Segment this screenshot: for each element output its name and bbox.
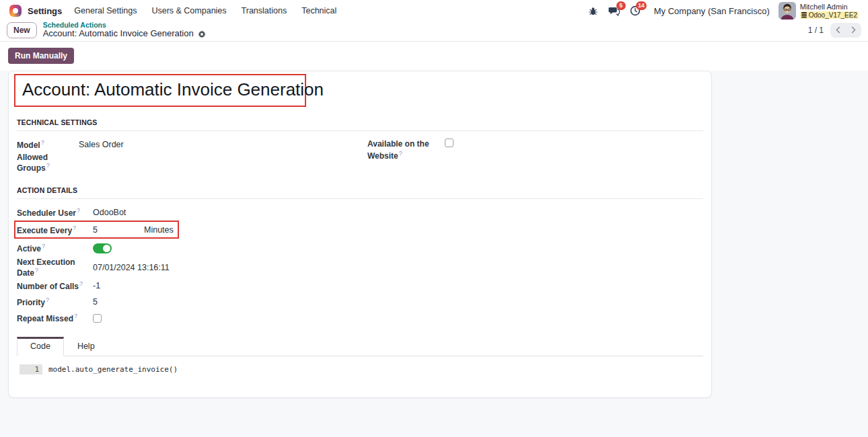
activities-badge: 14 (636, 1, 646, 10)
database-name: Odoo_V17_EE2 (800, 11, 859, 19)
notebook-tabs: Code Help (17, 337, 703, 356)
help-tooltip-mark: ? (73, 225, 76, 231)
field-next-execution-date: Next Execution Date? 07/01/2024 13:16:11 (17, 257, 703, 278)
company-switcher[interactable]: My Company (San Francisco) (654, 6, 770, 16)
help-tooltip-mark: ? (74, 313, 77, 319)
field-priority-value[interactable]: 5 (93, 297, 98, 307)
messages-icon[interactable]: 5 (608, 5, 620, 17)
section-technical-settings: Technical Settings (17, 118, 703, 126)
menu-general-settings[interactable]: General Settings (74, 6, 137, 15)
help-tooltip-mark: ? (77, 207, 80, 214)
user-avatar (779, 2, 796, 19)
field-scheduler-user: Scheduler User? OdooBot (17, 204, 703, 221)
action-gear-icon[interactable] (198, 30, 206, 38)
field-priority: Priority? 5 (17, 294, 703, 310)
help-tooltip-mark: ? (42, 243, 45, 249)
field-number-of-calls-value[interactable]: -1 (93, 281, 100, 290)
active-toggle[interactable] (93, 243, 112, 253)
chevron-left-icon (836, 26, 840, 34)
field-number-of-calls-label: Number of Calls? (17, 280, 93, 291)
form-content: Account: Automatic Invoice Generation Te… (0, 71, 868, 437)
field-model-value[interactable]: Sales Order (79, 140, 124, 149)
field-website-label: Available on the Website? (367, 138, 445, 161)
top-navbar: Settings General Settings Users & Compan… (0, 0, 868, 22)
field-next-execution-value[interactable]: 07/01/2024 13:16:11 (93, 263, 170, 272)
code-line-content[interactable]: model.auto_generate_invoice() (42, 365, 178, 374)
field-allowed-groups-label: Allowed Groups? (17, 153, 79, 173)
execute-every-highlight-box: Execute Every? 5 Minutes (14, 221, 179, 239)
pager-count: 1 / 1 (808, 26, 824, 35)
field-execute-every-label: Execute Every? (17, 225, 93, 235)
section-divider (17, 130, 703, 131)
field-model: Model? Sales Order (17, 136, 367, 153)
odoo-apps-logo[interactable] (9, 5, 22, 17)
field-repeat-missed: Repeat Missed? (17, 310, 703, 326)
breadcrumb-current-record: Account: Automatic Invoice Generation (43, 29, 194, 39)
main-menu: General Settings Users & Companies Trans… (74, 6, 336, 15)
database-icon (801, 12, 807, 18)
field-priority-label: Priority? (17, 296, 93, 307)
pager: 1 / 1 (808, 23, 861, 38)
help-tooltip-mark: ? (35, 267, 38, 274)
tab-code[interactable]: Code (17, 337, 64, 356)
field-execute-every-unit[interactable]: Minutes (144, 225, 174, 235)
help-tooltip-mark: ? (79, 280, 83, 287)
repeat-missed-checkbox[interactable] (93, 314, 102, 323)
systray: 5 14 My Company (San Francisco) (587, 2, 859, 19)
record-title-field[interactable]: Account: Automatic Invoice Generation (22, 79, 298, 100)
field-next-execution-label: Next Execution Date? (17, 257, 93, 278)
help-tooltip-mark: ? (46, 296, 49, 303)
help-tooltip-mark: ? (41, 139, 44, 146)
field-repeat-missed-label: Repeat Missed? (17, 313, 93, 323)
user-meta: Mitchell Admin Odoo_V17_EE2 (800, 3, 859, 19)
field-number-of-calls: Number of Calls? -1 (17, 278, 703, 294)
field-scheduler-user-value[interactable]: OdooBot (93, 208, 126, 217)
field-available-on-website: Available on the Website? (367, 136, 703, 161)
field-active-label: Active? (17, 243, 93, 253)
menu-users-companies[interactable]: Users & Companies (151, 6, 226, 15)
breadcrumb: Scheduled Actions Account: Automatic Inv… (43, 21, 206, 39)
field-execute-every-value[interactable]: 5 (93, 225, 144, 235)
control-panel: New Scheduled Actions Account: Automatic… (0, 22, 868, 42)
new-button[interactable]: New (7, 22, 37, 38)
user-name: Mitchell Admin (800, 3, 859, 11)
user-menu[interactable]: Mitchell Admin Odoo_V17_EE2 (779, 2, 859, 19)
title-highlight-box: Account: Automatic Invoice Generation (14, 74, 306, 107)
code-line-number: 1 (20, 364, 42, 374)
menu-translations[interactable]: Translations (242, 6, 287, 15)
messages-badge: 5 (616, 1, 626, 10)
field-scheduler-user-label: Scheduler User? (17, 207, 93, 218)
section-action-details: Action Details (17, 186, 703, 194)
activities-icon[interactable]: 14 (629, 5, 641, 17)
form-statusbar: Run Manually (0, 42, 868, 71)
tab-help[interactable]: Help (64, 337, 108, 356)
field-active: Active? (17, 239, 703, 257)
field-model-label: Model? (17, 139, 79, 150)
code-editor[interactable]: 1 model.auto_generate_invoice() (17, 356, 703, 377)
section-divider (17, 198, 703, 199)
help-tooltip-mark: ? (399, 150, 402, 157)
help-tooltip-mark: ? (46, 162, 50, 169)
menu-technical[interactable]: Technical (301, 6, 336, 15)
pager-previous-button[interactable] (830, 23, 846, 38)
chevron-right-icon (851, 26, 856, 34)
debug-bug-icon[interactable] (587, 5, 600, 17)
website-checkbox[interactable] (445, 138, 454, 147)
app-menu-settings[interactable]: Settings (28, 6, 62, 16)
field-allowed-groups: Allowed Groups? (17, 153, 367, 173)
run-manually-button[interactable]: Run Manually (8, 48, 74, 64)
pager-next-button[interactable] (846, 23, 861, 38)
form-sheet: Account: Automatic Invoice Generation Te… (8, 71, 712, 398)
